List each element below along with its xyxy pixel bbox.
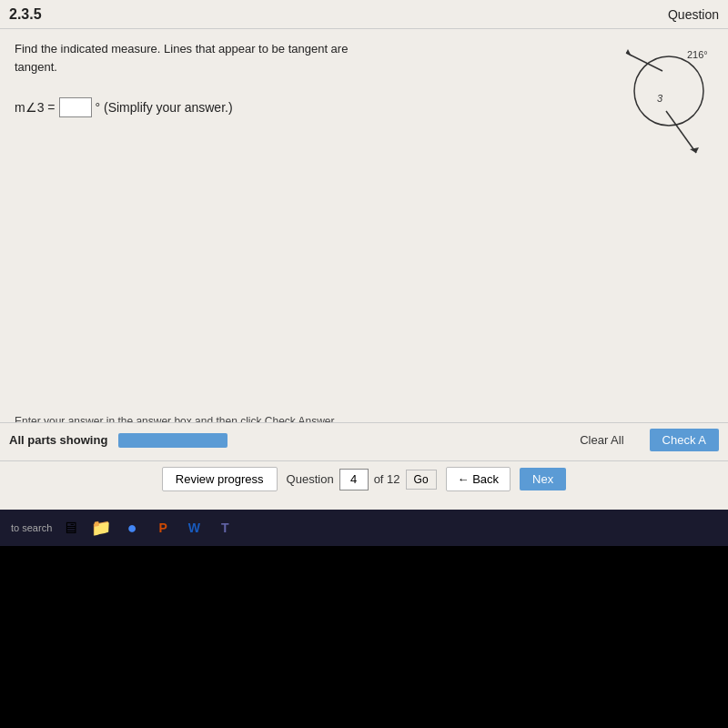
go-button[interactable]: Go bbox=[406, 470, 437, 490]
next-button[interactable]: Nex bbox=[520, 468, 566, 490]
question-label: Question bbox=[668, 7, 719, 22]
progress-fill bbox=[118, 433, 228, 448]
top-bar: 2.3.5 Question bbox=[0, 0, 728, 29]
parts-label: All parts showing bbox=[9, 433, 107, 447]
taskbar-monitor-icon[interactable]: 🖥 bbox=[57, 515, 83, 541]
section-number: 2.3.5 bbox=[9, 6, 42, 23]
taskbar-folder-icon[interactable]: 📁 bbox=[88, 515, 114, 541]
equation-unit: ° (Simplify your answer.) bbox=[96, 100, 233, 115]
taskbar-powerpoint-icon[interactable]: P bbox=[150, 515, 176, 541]
answer-input-box[interactable] bbox=[59, 97, 92, 117]
question-number-input[interactable] bbox=[339, 469, 369, 490]
svg-marker-4 bbox=[690, 147, 699, 153]
question-nav-label: Question bbox=[287, 472, 334, 486]
question-total-label: of 12 bbox=[374, 472, 400, 486]
main-content: Find the indicated measure. Lines that a… bbox=[0, 29, 728, 357]
svg-text:216°: 216° bbox=[687, 49, 708, 60]
question-navigation: Question of 12 Go bbox=[287, 469, 437, 490]
svg-line-1 bbox=[626, 53, 662, 71]
taskbar-word-icon[interactable]: W bbox=[181, 515, 207, 541]
geometry-diagram: 3 216° bbox=[601, 36, 719, 164]
back-button[interactable]: ← Back bbox=[446, 467, 511, 491]
review-progress-button[interactable]: Review progress bbox=[162, 467, 278, 491]
problem-instructions: Find the indicated measure. Lines that a… bbox=[15, 40, 379, 76]
taskbar: to search 🖥 📁 ● P W T bbox=[0, 510, 728, 546]
taskbar-teams-icon[interactable]: T bbox=[212, 515, 238, 541]
svg-marker-2 bbox=[626, 49, 632, 56]
check-answer-button[interactable]: Check A bbox=[650, 429, 719, 451]
equation-label: m∠3 = bbox=[15, 100, 56, 115]
taskbar-chrome-icon[interactable]: ● bbox=[119, 515, 145, 541]
clear-all-button[interactable]: Clear All bbox=[572, 431, 631, 449]
black-area bbox=[0, 546, 728, 728]
parts-bar: All parts showing Clear All Check A bbox=[0, 422, 728, 457]
search-text: to search bbox=[11, 522, 52, 533]
nav-bar: Review progress Question of 12 Go ← Back… bbox=[0, 460, 728, 497]
svg-text:3: 3 bbox=[657, 93, 663, 104]
